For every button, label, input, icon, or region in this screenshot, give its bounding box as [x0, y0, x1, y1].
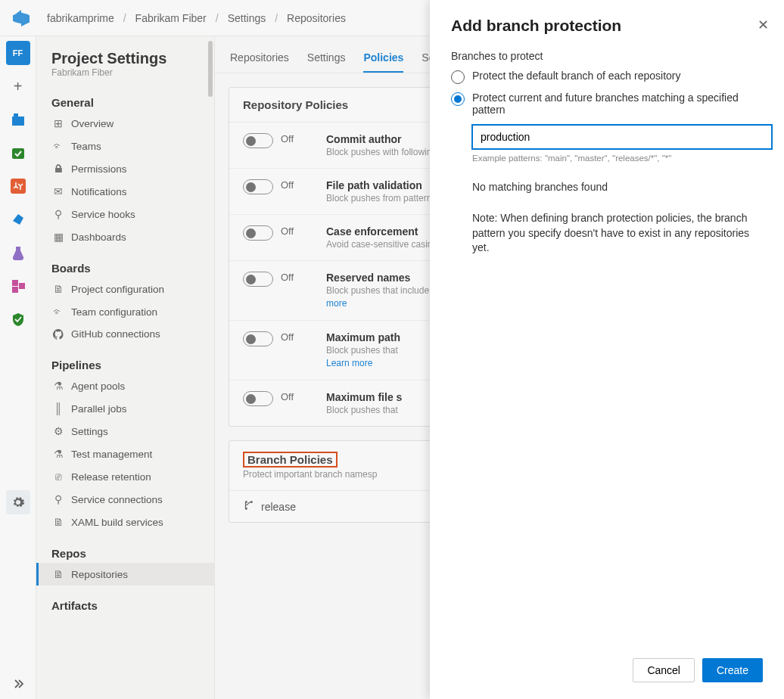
- section-boards: Boards: [36, 248, 214, 278]
- learn-more-link[interactable]: Learn more: [326, 358, 372, 368]
- breadcrumb-1[interactable]: Fabrikam Fiber: [131, 12, 211, 24]
- nav-artifacts-icon[interactable]: [6, 274, 30, 298]
- svg-rect-2: [12, 148, 24, 159]
- svg-rect-4: [12, 280, 18, 286]
- sidebar-item-service-hooks[interactable]: ⚲Service hooks: [36, 203, 214, 225]
- radio-icon: [451, 92, 465, 106]
- panel-subtitle: Fabrikam Fiber: [51, 67, 199, 78]
- pattern-hint: Example patterns: "main", "master", "rel…: [472, 154, 763, 163]
- section-repos: Repos: [36, 533, 214, 563]
- svg-rect-1: [14, 113, 18, 116]
- release-icon: ⎚: [51, 471, 65, 483]
- team-config-icon: ᯤ: [51, 306, 65, 318]
- toggle-switch[interactable]: [243, 331, 273, 346]
- toggle-state: Off: [281, 225, 308, 237]
- toggle-state: Off: [281, 331, 308, 343]
- toggle-switch[interactable]: [243, 133, 273, 148]
- sidebar-item-teams[interactable]: ᯤTeams: [36, 135, 214, 157]
- breadcrumb-2[interactable]: Settings: [223, 12, 271, 24]
- branch-pattern-input[interactable]: [472, 125, 772, 149]
- branch-name: release: [261, 501, 296, 513]
- svg-rect-0: [12, 116, 24, 126]
- overview-icon: ⊞: [51, 117, 65, 129]
- svg-rect-6: [19, 283, 25, 289]
- lock-icon: 🔒︎: [51, 163, 65, 175]
- breadcrumb-sep: /: [211, 12, 223, 24]
- nav-pipelines-icon[interactable]: [6, 207, 30, 231]
- sidebar-item-notifications[interactable]: ✉︎Notifications: [36, 180, 214, 203]
- radio-icon: [451, 70, 465, 84]
- toggle-switch[interactable]: [243, 272, 273, 287]
- sidebar-item-release-retention[interactable]: ⎚Release retention: [36, 465, 214, 488]
- section-general: General: [36, 82, 214, 112]
- parallel-icon: ║: [51, 402, 65, 415]
- tab-repositories[interactable]: Repositories: [230, 51, 289, 73]
- nav-testplans-icon[interactable]: [6, 241, 30, 265]
- sidebar-item-github[interactable]: GitHub connections: [36, 323, 214, 345]
- github-icon: [51, 329, 65, 340]
- xaml-icon: 🗎︎: [51, 516, 65, 528]
- branches-to-protect-label: Branches to protect: [451, 50, 763, 62]
- nav-repos-icon[interactable]: [6, 174, 30, 198]
- sidebar-item-xaml[interactable]: 🗎︎XAML build services: [36, 511, 214, 533]
- svg-rect-5: [12, 287, 18, 293]
- project-avatar[interactable]: FF: [6, 41, 30, 65]
- sidebar-item-parallel-jobs[interactable]: ║Parallel jobs: [36, 397, 214, 420]
- nav-boards-icon[interactable]: [6, 107, 30, 132]
- dashboard-icon: ▦: [51, 231, 65, 243]
- breadcrumb-3[interactable]: Repositories: [282, 12, 350, 24]
- gear-icon: ⚙︎: [51, 425, 65, 437]
- branch-policies-header: Branch Policies: [243, 452, 338, 468]
- breadcrumb-0[interactable]: fabrikamprime: [42, 12, 119, 24]
- sidebar-item-team-config[interactable]: ᯤTeam configuration: [36, 300, 214, 323]
- sidebar-item-overview[interactable]: ⊞Overview: [36, 112, 214, 135]
- toggle-switch[interactable]: [243, 391, 273, 406]
- toggle-switch[interactable]: [243, 179, 273, 194]
- section-artifacts: Artifacts: [36, 586, 214, 615]
- sidebar-item-permissions[interactable]: 🔒︎Permissions: [36, 157, 214, 180]
- toggle-state: Off: [281, 391, 308, 402]
- note-text: Note: When defining branch protection po…: [472, 211, 763, 256]
- tab-settings[interactable]: Settings: [307, 51, 346, 73]
- doc-icon: 🗎︎: [51, 283, 65, 295]
- sidebar-item-repositories[interactable]: 🗎︎Repositories: [36, 563, 214, 586]
- dialog-title: Add branch protection: [451, 17, 763, 35]
- teams-icon: ᯤ: [51, 140, 65, 152]
- sidebar-item-test-mgmt[interactable]: ⚗︎Test management: [36, 443, 214, 465]
- radio-pattern-branch[interactable]: Protect current and future branches matc…: [451, 92, 763, 116]
- service-conn-icon: ⚲: [51, 493, 65, 505]
- toggle-switch[interactable]: [243, 225, 273, 241]
- sidebar-item-pipeline-settings[interactable]: ⚙︎Settings: [36, 420, 214, 443]
- add-icon[interactable]: +: [6, 74, 30, 98]
- expand-nav-icon[interactable]: [6, 672, 30, 696]
- repo-icon: 🗎︎: [51, 568, 65, 580]
- svg-rect-3: [11, 179, 26, 194]
- add-branch-protection-dialog: Add branch protection ✕ Branches to prot…: [430, 0, 784, 699]
- sidebar-item-project-config[interactable]: 🗎︎Project configuration: [36, 278, 214, 300]
- breadcrumb-sep: /: [270, 12, 282, 24]
- toggle-state: Off: [281, 133, 308, 144]
- no-matching-branches: No matching branches found: [472, 181, 763, 193]
- azure-devops-logo-icon[interactable]: [12, 9, 30, 27]
- close-icon[interactable]: ✕: [758, 17, 769, 33]
- sidebar-item-agent-pools[interactable]: ⚗︎Agent pools: [36, 374, 214, 397]
- flask-icon: ⚗︎: [51, 448, 65, 460]
- learn-more-link[interactable]: more: [326, 298, 347, 309]
- sidebar-item-dashboards[interactable]: ▦Dashboards: [36, 225, 214, 248]
- agent-icon: ⚗︎: [51, 380, 65, 392]
- hook-icon: ⚲: [51, 208, 65, 220]
- cancel-button[interactable]: Cancel: [633, 658, 695, 682]
- create-button[interactable]: Create: [702, 658, 763, 682]
- tab-policies[interactable]: Policies: [363, 51, 403, 73]
- sidebar-item-service-connections[interactable]: ⚲Service connections: [36, 488, 214, 511]
- bell-icon: ✉︎: [51, 185, 65, 197]
- nav-test-icon[interactable]: [6, 141, 30, 165]
- scrollbar-thumb[interactable]: [208, 41, 213, 97]
- panel-title: Project Settings: [51, 50, 199, 67]
- nav-shield-icon[interactable]: [6, 307, 30, 331]
- radio-default-branch[interactable]: Protect the default branch of each repos…: [451, 70, 763, 84]
- branch-icon: [243, 500, 254, 513]
- settings-gear-icon[interactable]: [6, 490, 30, 514]
- breadcrumb-sep: /: [119, 12, 131, 24]
- toggle-state: Off: [281, 272, 308, 283]
